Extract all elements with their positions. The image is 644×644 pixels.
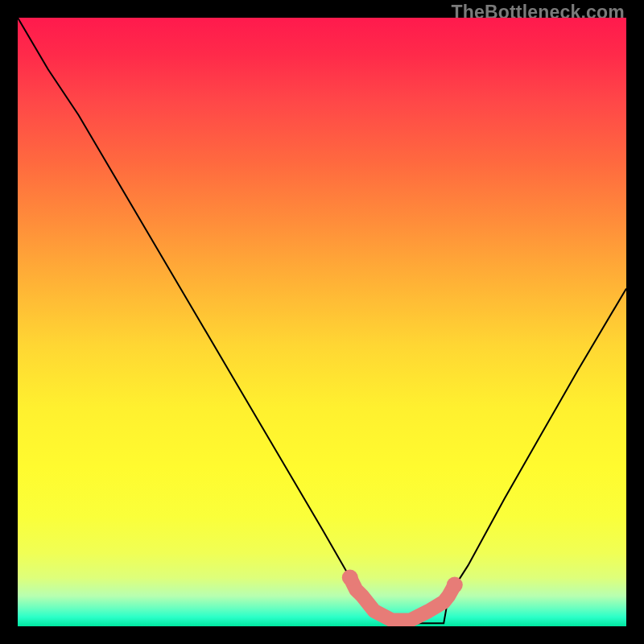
chart-svg [18,18,626,626]
plot-area [18,18,626,626]
svg-point-0 [342,570,358,586]
salmon-band [342,570,463,621]
svg-point-1 [447,577,463,593]
chart-container [18,18,626,626]
black-curve-line [18,18,626,623]
